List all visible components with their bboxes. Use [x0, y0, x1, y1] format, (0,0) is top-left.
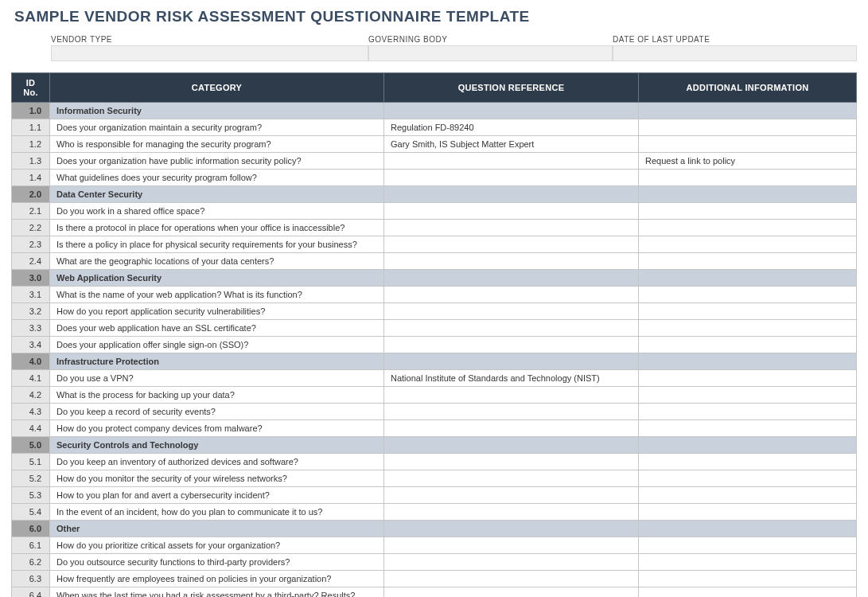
cell-reference[interactable] — [384, 236, 639, 253]
cell-category[interactable]: Does your application offer single sign-… — [50, 337, 384, 353]
question-row: 5.3How to you plan for and avert a cyber… — [12, 487, 857, 504]
cell-reference[interactable] — [384, 454, 639, 470]
cell-category[interactable]: When was the last time you had a risk as… — [50, 587, 384, 598]
cell-category[interactable]: What is the process for backing up your … — [50, 387, 384, 404]
cell-category[interactable]: Does your organization maintain a securi… — [50, 119, 384, 136]
cell-reference[interactable] — [384, 554, 639, 571]
question-row: 2.2Is there a protocol in place for oper… — [12, 220, 857, 236]
cell-info[interactable] — [639, 170, 857, 186]
cell-info[interactable]: Request a link to policy — [639, 153, 857, 170]
cell-reference[interactable] — [384, 587, 639, 598]
cell-category[interactable]: How do you report application security v… — [50, 303, 384, 320]
cell-info[interactable] — [639, 487, 857, 504]
cell-reference[interactable] — [384, 521, 639, 537]
cell-category[interactable]: Is there a policy in place for physical … — [50, 236, 384, 253]
cell-info[interactable] — [639, 103, 857, 119]
cell-reference[interactable] — [384, 270, 639, 287]
cell-reference[interactable] — [384, 504, 639, 521]
header-row: ID No. CATEGORY QUESTION REFERENCE ADDIT… — [12, 73, 857, 103]
question-row: 5.2How do you monitor the security of yo… — [12, 470, 857, 487]
cell-category[interactable]: What is the name of your web application… — [50, 287, 384, 303]
cell-reference[interactable] — [384, 537, 639, 554]
cell-info[interactable] — [639, 236, 857, 253]
cell-info[interactable] — [639, 537, 857, 554]
cell-reference[interactable] — [384, 571, 639, 587]
cell-info[interactable] — [639, 270, 857, 287]
cell-reference[interactable] — [384, 153, 639, 170]
cell-reference[interactable] — [384, 170, 639, 186]
cell-info[interactable] — [639, 470, 857, 487]
cell-category[interactable]: What guidelines does your security progr… — [50, 170, 384, 186]
cell-info[interactable] — [639, 437, 857, 454]
governing-body-input[interactable] — [368, 45, 613, 61]
cell-info[interactable] — [639, 454, 857, 470]
cell-info[interactable] — [639, 554, 857, 571]
cell-category[interactable]: Data Center Security — [50, 186, 384, 203]
cell-info[interactable] — [639, 136, 857, 153]
cell-category[interactable]: How do you prioritize critical assets fo… — [50, 537, 384, 554]
cell-reference[interactable] — [384, 487, 639, 504]
cell-category[interactable]: Security Controls and Technology — [50, 437, 384, 454]
cell-info[interactable] — [639, 320, 857, 337]
cell-category[interactable]: What are the geographic locations of you… — [50, 253, 384, 270]
cell-category[interactable]: Does your web application have an SSL ce… — [50, 320, 384, 337]
cell-info[interactable] — [639, 504, 857, 521]
cell-info[interactable] — [639, 420, 857, 437]
cell-reference[interactable] — [384, 353, 639, 370]
cell-reference[interactable] — [384, 220, 639, 236]
cell-category[interactable]: How do you protect company devices from … — [50, 420, 384, 437]
cell-reference[interactable] — [384, 303, 639, 320]
cell-reference[interactable]: Gary Smith, IS Subject Matter Expert — [384, 136, 639, 153]
date-input[interactable] — [613, 45, 857, 61]
cell-reference[interactable] — [384, 437, 639, 454]
cell-reference[interactable] — [384, 470, 639, 487]
cell-reference[interactable] — [384, 253, 639, 270]
cell-info[interactable] — [639, 119, 857, 136]
cell-info[interactable] — [639, 521, 857, 537]
cell-category[interactable]: How do you monitor the security of your … — [50, 470, 384, 487]
cell-category[interactable]: Infrastructure Protection — [50, 353, 384, 370]
cell-id: 5.4 — [12, 504, 50, 521]
cell-info[interactable] — [639, 186, 857, 203]
cell-category[interactable]: Do you keep an inventory of authorized d… — [50, 454, 384, 470]
cell-category[interactable]: Do you keep a record of security events? — [50, 404, 384, 420]
cell-info[interactable] — [639, 387, 857, 404]
vendor-type-input[interactable] — [51, 45, 368, 61]
cell-info[interactable] — [639, 253, 857, 270]
cell-category[interactable]: Who is responsible for managing the secu… — [50, 136, 384, 153]
cell-reference[interactable] — [384, 387, 639, 404]
cell-category[interactable]: Do you use a VPN? — [50, 370, 384, 387]
cell-reference[interactable]: National Institute of Standards and Tech… — [384, 370, 639, 387]
cell-info[interactable] — [639, 203, 857, 220]
header-info: ADDITIONAL INFORMATION — [639, 73, 857, 103]
cell-info[interactable] — [639, 303, 857, 320]
cell-reference[interactable] — [384, 420, 639, 437]
cell-info[interactable] — [639, 220, 857, 236]
cell-reference[interactable] — [384, 186, 639, 203]
cell-info[interactable] — [639, 587, 857, 598]
cell-info[interactable] — [639, 337, 857, 353]
cell-category[interactable]: Other — [50, 521, 384, 537]
cell-category[interactable]: How frequently are employees trained on … — [50, 571, 384, 587]
cell-category[interactable]: In the event of an incident, how do you … — [50, 504, 384, 521]
cell-info[interactable] — [639, 571, 857, 587]
cell-reference[interactable] — [384, 103, 639, 119]
cell-category[interactable]: Do you work in a shared office space? — [50, 203, 384, 220]
cell-info[interactable] — [639, 353, 857, 370]
cell-category[interactable]: Does your organization have public infor… — [50, 153, 384, 170]
cell-category[interactable]: Do you outsource security functions to t… — [50, 554, 384, 571]
cell-reference[interactable] — [384, 337, 639, 353]
cell-reference[interactable] — [384, 320, 639, 337]
cell-category[interactable]: Web Application Security — [50, 270, 384, 287]
cell-reference[interactable]: Regulation FD-89240 — [384, 119, 639, 136]
cell-info[interactable] — [639, 370, 857, 387]
cell-info[interactable] — [639, 404, 857, 420]
cell-category[interactable]: How to you plan for and avert a cybersec… — [50, 487, 384, 504]
cell-info[interactable] — [639, 287, 857, 303]
cell-reference[interactable] — [384, 287, 639, 303]
page-title: SAMPLE VENDOR RISK ASSESSMENT QUESTIONNA… — [14, 8, 857, 25]
cell-reference[interactable] — [384, 203, 639, 220]
cell-reference[interactable] — [384, 404, 639, 420]
cell-category[interactable]: Information Security — [50, 103, 384, 119]
cell-category[interactable]: Is there a protocol in place for operati… — [50, 220, 384, 236]
